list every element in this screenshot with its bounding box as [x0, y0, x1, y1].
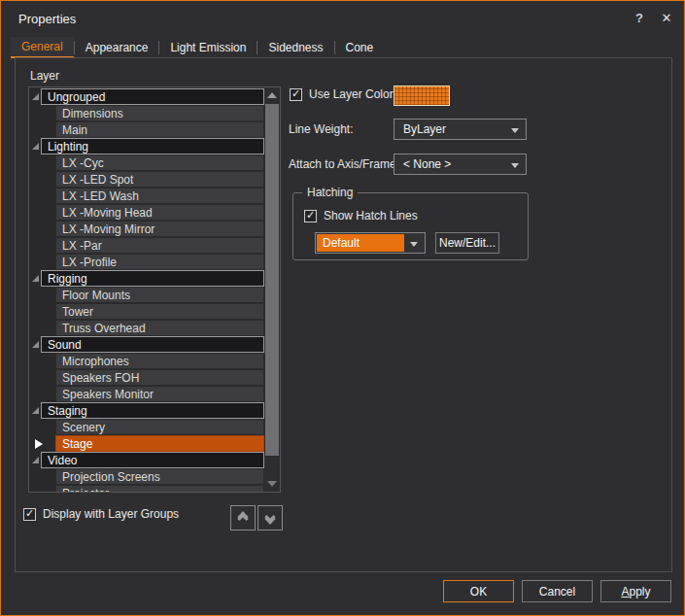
tree-group-video[interactable]: Video: [41, 452, 264, 468]
tree-item-scenery[interactable]: Scenery: [55, 419, 264, 435]
tree-row: Sound: [29, 336, 264, 353]
expander-icon[interactable]: [32, 407, 39, 414]
tree-row: Stage: [29, 435, 264, 452]
tree-scrollbar[interactable]: [264, 87, 280, 492]
tree-group-ungrouped[interactable]: Ungrouped: [41, 88, 264, 105]
tree-group-rigging[interactable]: Rigging: [41, 270, 264, 287]
tree-item-lx-par[interactable]: LX -Par: [55, 237, 264, 254]
move-down-button[interactable]: [257, 505, 283, 530]
line-weight-dropdown[interactable]: ByLayer: [394, 119, 527, 140]
tree-item-main[interactable]: Main: [55, 121, 264, 138]
tree-item-label: Rigging: [48, 272, 87, 286]
tree-group-sound[interactable]: Sound: [41, 336, 264, 353]
tree-row: LX -LED Wash: [29, 188, 264, 204]
expander-icon[interactable]: [32, 143, 39, 150]
expander-icon[interactable]: [32, 275, 39, 282]
tree-item-label: Speakers Monitor: [62, 388, 154, 401]
tree-row: LX -LED Spot: [29, 171, 264, 188]
tree-item-stage-selected[interactable]: Stage: [55, 435, 264, 452]
expander-icon[interactable]: [32, 93, 39, 100]
tab-cone[interactable]: Cone: [335, 37, 385, 58]
scrollbar-thumb[interactable]: [265, 104, 279, 456]
layer-tree[interactable]: Ungrouped Dimensions Main Lighting LX -C…: [28, 86, 281, 493]
tree-item-truss-overhead[interactable]: Truss Overhead: [55, 320, 264, 336]
checkbox-box: ✓: [290, 88, 302, 101]
tab-sidedness[interactable]: Sidedness: [257, 37, 333, 58]
help-icon: ?: [635, 11, 643, 25]
expander-icon[interactable]: [32, 457, 39, 463]
tree-row: Scenery: [29, 419, 264, 435]
scroll-down-icon[interactable]: [267, 481, 277, 487]
tree-row: LX -Moving Mirror: [29, 221, 264, 237]
tree-item-label: Dimensions: [62, 107, 123, 120]
tree-group-lighting[interactable]: Lighting: [41, 138, 264, 154]
tree-item-label: LX -Cyc: [62, 156, 104, 170]
layer-color-swatch[interactable]: [394, 86, 450, 106]
tree-row: Speakers Monitor: [29, 386, 264, 402]
tree-item-projection-screens[interactable]: Projection Screens: [55, 468, 264, 485]
use-layer-color-checkbox[interactable]: ✓ Use Layer Color: [290, 87, 394, 101]
tree-item-lx-cyc[interactable]: LX -Cyc: [55, 154, 264, 171]
tab-appearance[interactable]: Appearance: [75, 37, 159, 58]
tree-row: LX -Par: [29, 237, 264, 254]
tree-item-label: Stage: [62, 437, 92, 451]
new-edit-button[interactable]: New/Edit...: [435, 232, 499, 254]
current-item-arrow-icon: [35, 439, 43, 449]
line-weight-label: Line Weight:: [289, 122, 354, 136]
tree-item-label: LX -Moving Mirror: [62, 222, 154, 236]
help-button[interactable]: ?: [626, 1, 653, 34]
ok-label: OK: [470, 585, 487, 599]
show-hatch-lines-checkbox[interactable]: ✓ Show Hatch Lines: [304, 209, 418, 222]
display-with-layer-groups-label: Display with Layer Groups: [43, 507, 179, 521]
tree-item-label: Video: [48, 454, 77, 467]
checkbox-box: ✓: [304, 210, 317, 222]
window-title: Properties: [18, 1, 76, 37]
tree-item-speakers-monitor[interactable]: Speakers Monitor: [55, 386, 264, 402]
chevron-down-icon: [511, 128, 519, 133]
check-icon: ✓: [306, 210, 315, 221]
apply-label-initial: A: [621, 585, 629, 599]
tree-row: LX -Cyc: [29, 154, 264, 171]
tree-row: Ungrouped: [29, 88, 264, 105]
tree-item-projector[interactable]: Projector: [55, 485, 264, 493]
tree-item-lx-moving-mirror[interactable]: LX -Moving Mirror: [55, 221, 264, 237]
new-edit-label: New/Edit...: [439, 236, 496, 250]
tree-row: Main: [29, 121, 264, 138]
properties-dialog: Properties ? ✕ General Appearance Light …: [0, 0, 685, 616]
tree-item-label: Main: [62, 123, 87, 137]
tree-row: Dimensions: [29, 105, 264, 121]
tree-item-lx-moving-head[interactable]: LX -Moving Head: [55, 204, 264, 221]
tree-item-tower[interactable]: Tower: [55, 303, 264, 320]
titlebar[interactable]: Properties ? ✕: [1, 1, 684, 37]
tab-general[interactable]: General: [11, 37, 74, 58]
attach-axis-frame-value: < None >: [403, 157, 451, 171]
tree-row: Truss Overhead: [29, 320, 264, 336]
move-up-button[interactable]: [230, 505, 256, 530]
tree-item-lx-led-spot[interactable]: LX -LED Spot: [55, 171, 264, 188]
expander-icon[interactable]: [32, 341, 39, 348]
tree-group-staging[interactable]: Staging: [41, 402, 264, 419]
tree-row: Floor Mounts: [29, 287, 264, 303]
dropdown-arrow-cell[interactable]: [404, 234, 424, 252]
tree-item-label: Microphones: [62, 355, 129, 368]
tree-item-microphones[interactable]: Microphones: [55, 353, 264, 369]
apply-button[interactable]: Apply: [600, 580, 671, 602]
tree-row: Lighting: [29, 138, 264, 154]
attach-axis-frame-dropdown[interactable]: < None >: [394, 154, 527, 175]
tree-item-speakers-foh[interactable]: Speakers FOH: [55, 369, 264, 386]
tree-item-dimensions[interactable]: Dimensions: [55, 105, 264, 121]
close-button[interactable]: ✕: [653, 1, 680, 34]
ok-button[interactable]: OK: [443, 580, 514, 602]
tree-row: Projector: [29, 485, 264, 493]
tree-item-label: Projection Screens: [62, 470, 160, 484]
tree-item-lx-led-wash[interactable]: LX -LED Wash: [55, 188, 264, 204]
scroll-up-icon[interactable]: [267, 92, 277, 98]
tree-row: Microphones: [29, 353, 264, 369]
display-with-layer-groups-checkbox[interactable]: ✓ Display with Layer Groups: [23, 507, 179, 521]
tree-item-floor-mounts[interactable]: Floor Mounts: [55, 287, 264, 303]
tree-item-label: Sound: [48, 338, 82, 352]
hatch-pattern-dropdown[interactable]: Default: [315, 232, 426, 254]
cancel-button[interactable]: Cancel: [522, 580, 593, 602]
tree-item-lx-profile[interactable]: LX -Profile: [55, 254, 264, 270]
tab-light-emission[interactable]: Light Emission: [159, 37, 257, 58]
